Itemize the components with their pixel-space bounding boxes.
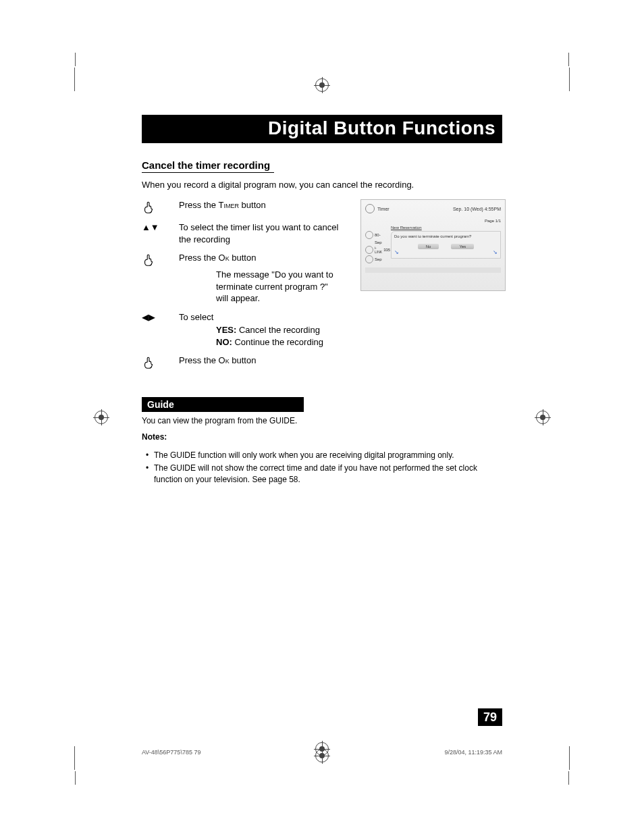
press-hand-icon — [142, 355, 179, 370]
crop-mark — [74, 746, 88, 770]
registration-mark-icon — [95, 411, 108, 424]
crop-mark — [556, 68, 570, 91]
left-arrow-icon: ↘ — [394, 249, 399, 255]
fig-title: Timer — [377, 207, 390, 211]
press-hand-icon — [142, 199, 179, 215]
step-row: Press the Ok button — [142, 355, 502, 370]
fig-dialog: Do you want to terminate current program… — [391, 231, 501, 259]
no-label: NO: — [216, 337, 232, 347]
registration-mark-icon — [315, 749, 329, 762]
right-arrow-icon: ↘ — [493, 249, 498, 255]
fig-side-text: 335 — [383, 248, 390, 252]
crop-mark — [74, 68, 88, 91]
up-down-icon: ▲▼ — [142, 221, 179, 245]
fig-new-reservation: New Reservation — [391, 226, 501, 230]
note-item: The GUIDE function will only work when y… — [146, 450, 502, 461]
clock-icon — [365, 246, 373, 254]
footer-right: 9/28/04, 11:19:35 AM — [444, 749, 502, 756]
fig-side-text: i-LINK — [375, 246, 382, 254]
fig-question: Do you want to terminate current program… — [394, 234, 498, 238]
step-row: ◀▶ To select — [142, 311, 502, 323]
footer-left: AV-48\56P775\785 79 — [142, 749, 200, 756]
step-sub: YES: Cancel the recording — [142, 324, 502, 336]
fig-page: Page 1/1 — [365, 219, 501, 223]
steps-block: Timer Sep. 10 (Wed) 4:55PM Page 1/1 80- … — [142, 199, 502, 370]
section-intro: When you record a digital program now, y… — [142, 180, 502, 190]
registration-mark-icon — [315, 78, 329, 92]
page-title: Digital Button Functions — [142, 115, 502, 143]
section-bar: Guide — [142, 397, 304, 412]
clock-icon — [365, 204, 375, 213]
step-text: To select — [179, 311, 502, 323]
fig-no-button: No — [418, 244, 439, 249]
fig-stripe — [365, 267, 501, 273]
fig-side-text: Sep — [375, 240, 382, 244]
question-icon — [365, 255, 373, 263]
note-item: The GUIDE will not show the correct time… — [146, 463, 502, 486]
page-number: 79 — [478, 708, 502, 726]
fig-date: Sep. 10 (Wed) 4:55PM — [453, 207, 501, 211]
fig-side: 80- Sep i-LINK335 Sep — [365, 226, 388, 265]
step-text: Press the Ok button — [179, 355, 502, 370]
registration-mark-icon — [536, 411, 549, 424]
yes-label: YES: — [216, 325, 236, 335]
manual-page: Digital Button Functions Cancel the time… — [0, 0, 644, 834]
crop-mark — [556, 746, 570, 770]
yes-text: Cancel the recording — [236, 325, 320, 335]
no-text: Continue the recording — [232, 337, 323, 347]
fig-yes-button: Yes — [451, 244, 474, 249]
notes-title: Notes: — [142, 432, 502, 442]
press-hand-icon — [142, 252, 179, 267]
section-title: Cancel the timer recording — [142, 159, 274, 173]
footer: AV-48\56P775\785 79 9/28/04, 11:19:35 AM — [142, 749, 502, 756]
clock-icon — [365, 231, 373, 239]
notes-list: The GUIDE function will only work when y… — [142, 450, 502, 485]
left-right-icon: ◀▶ — [142, 311, 179, 323]
fig-side-text: 80- — [375, 233, 381, 237]
timer-screen-figure: Timer Sep. 10 (Wed) 4:55PM Page 1/1 80- … — [360, 199, 506, 291]
step-sub: NO: Continue the recording — [142, 336, 502, 348]
guide-intro: You can view the program from the GUIDE. — [142, 416, 502, 425]
fig-side-text: Sep — [375, 257, 382, 261]
